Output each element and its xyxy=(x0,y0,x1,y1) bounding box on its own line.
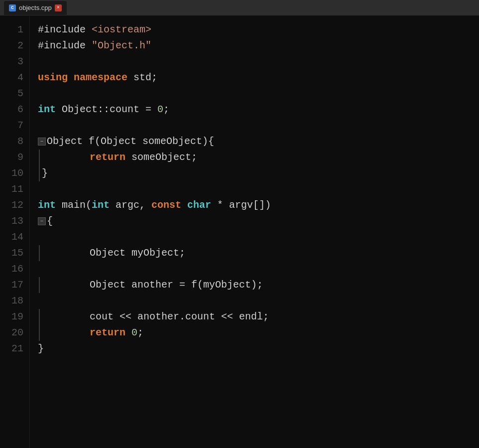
code-token: int xyxy=(38,197,56,213)
code-token: argc, xyxy=(110,197,151,213)
code-line: int Object::count = 0; xyxy=(38,102,479,118)
line-number: 1 xyxy=(0,22,29,38)
code-line: } xyxy=(38,341,479,357)
code-token: int xyxy=(92,197,110,213)
code-line: Object myObject; xyxy=(38,245,479,261)
code-token: Object myObject; xyxy=(42,245,185,261)
line-number: 19 xyxy=(0,309,29,325)
line-number: 17 xyxy=(0,277,29,293)
code-token: } xyxy=(38,341,44,357)
code-line xyxy=(38,293,479,309)
code-token: cout << another.count << endl; xyxy=(42,309,269,325)
code-token: int xyxy=(38,102,56,118)
line-number: 14 xyxy=(0,229,29,245)
code-line: −{ xyxy=(38,213,479,229)
indent-bar xyxy=(39,325,40,341)
code-token xyxy=(42,325,90,341)
code-token: Object f(Object someObject){ xyxy=(47,134,214,149)
line-number: 18 xyxy=(0,293,29,309)
indent-bar xyxy=(39,165,40,181)
code-line: cout << another.count << endl; xyxy=(38,309,479,325)
code-token: Object::count = xyxy=(56,102,157,118)
code-token: const xyxy=(151,197,181,213)
code-line xyxy=(38,54,479,70)
line-number: 8 xyxy=(0,134,29,149)
code-token: 0 xyxy=(157,102,163,118)
code-token xyxy=(68,70,74,86)
indent-bar xyxy=(39,149,40,165)
file-icon: C xyxy=(9,4,16,11)
code-token: return xyxy=(90,325,125,341)
code-line: } xyxy=(38,165,479,181)
code-line: #include "Object.h" xyxy=(38,38,479,54)
code-token: main( xyxy=(56,197,92,213)
line-number: 2 xyxy=(0,38,29,54)
line-number: 12 xyxy=(0,197,29,213)
code-token: #include xyxy=(38,22,92,38)
code-line: Object another = f(myObject); xyxy=(38,277,479,293)
line-number: 6 xyxy=(0,102,29,118)
indent-bar xyxy=(39,309,40,325)
line-number: 15 xyxy=(0,245,29,261)
line-number: 4 xyxy=(0,70,29,86)
file-tab[interactable]: C objects.cpp × xyxy=(4,1,67,15)
line-number: 21 xyxy=(0,341,29,357)
indent-bar xyxy=(39,277,40,293)
code-line: int main(int argc, const char * argv[]) xyxy=(38,197,479,213)
code-token: <iostream> xyxy=(92,22,151,38)
tab-close-button[interactable]: × xyxy=(55,4,62,11)
code-token: Object another = f(myObject); xyxy=(42,277,263,293)
line-number: 13 xyxy=(0,213,29,229)
line-numbers: 123456789101112131415161718192021 xyxy=(0,16,30,448)
code-token xyxy=(125,325,131,341)
code-line: #include <iostream> xyxy=(38,22,479,38)
code-token: std; xyxy=(127,70,157,86)
code-token: "Object.h" xyxy=(92,38,151,54)
code-token: ; xyxy=(137,325,143,341)
line-number: 9 xyxy=(0,149,29,165)
line-number: 5 xyxy=(0,86,29,102)
line-number: 7 xyxy=(0,118,29,134)
code-token: { xyxy=(47,213,53,229)
code-token: #include xyxy=(38,38,92,54)
code-token: using xyxy=(38,70,68,86)
code-token xyxy=(42,149,90,165)
line-number: 20 xyxy=(0,325,29,341)
code-line xyxy=(38,261,479,277)
code-line xyxy=(38,118,479,134)
line-number: 3 xyxy=(0,54,29,70)
code-token: someObject; xyxy=(125,149,197,165)
line-number: 16 xyxy=(0,261,29,277)
indent-bar xyxy=(39,245,40,261)
line-number: 10 xyxy=(0,165,29,181)
code-line: using namespace std; xyxy=(38,70,479,86)
code-token xyxy=(181,197,187,213)
code-line: −Object f(Object someObject){ xyxy=(38,134,479,149)
code-line xyxy=(38,229,479,245)
title-bar: C objects.cpp × xyxy=(0,0,479,16)
code-line: return 0; xyxy=(38,325,479,341)
code-line xyxy=(38,181,479,197)
code-line: return someObject; xyxy=(38,149,479,165)
fold-marker[interactable]: − xyxy=(38,217,46,225)
code-token: } xyxy=(42,165,48,181)
code-area[interactable]: #include <iostream>#include "Object.h"us… xyxy=(30,16,479,448)
editor: 123456789101112131415161718192021 #inclu… xyxy=(0,16,479,448)
code-token: ; xyxy=(163,102,169,118)
code-token: return xyxy=(90,149,125,165)
fold-marker[interactable]: − xyxy=(38,138,46,146)
code-token: char xyxy=(187,197,211,213)
line-number: 11 xyxy=(0,181,29,197)
code-token: 0 xyxy=(131,325,137,341)
code-token: * argv[]) xyxy=(211,197,271,213)
tab-title: objects.cpp xyxy=(19,4,52,11)
code-line xyxy=(38,86,479,102)
code-token: namespace xyxy=(74,70,127,86)
